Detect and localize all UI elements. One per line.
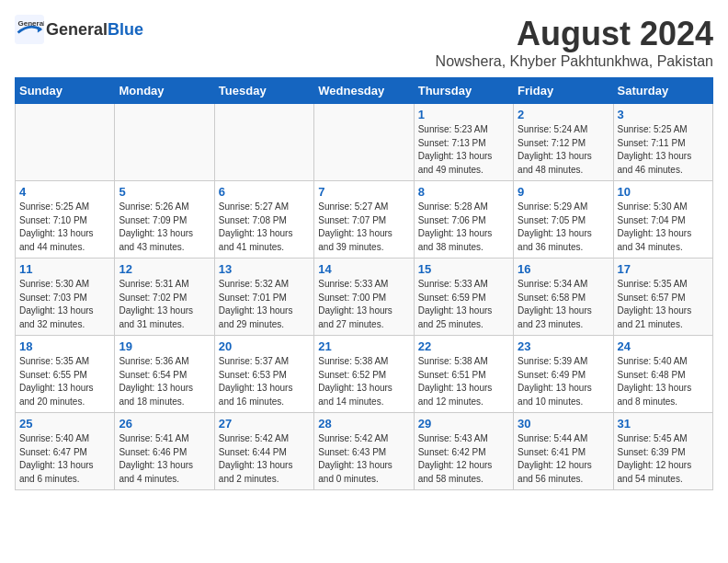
- day-number: 23: [518, 339, 609, 353]
- calendar-cell: [115, 104, 214, 181]
- day-number: 30: [518, 417, 609, 431]
- day-info: Sunrise: 5:38 AM Sunset: 6:52 PM Dayligh…: [318, 355, 409, 408]
- calendar-week-row: 11Sunrise: 5:30 AM Sunset: 7:03 PM Dayli…: [16, 259, 713, 336]
- calendar-cell: 16Sunrise: 5:34 AM Sunset: 6:58 PM Dayli…: [514, 259, 613, 336]
- calendar-week-row: 25Sunrise: 5:40 AM Sunset: 6:47 PM Dayli…: [16, 413, 713, 490]
- day-number: 18: [19, 339, 110, 353]
- calendar-cell: 15Sunrise: 5:33 AM Sunset: 6:59 PM Dayli…: [414, 259, 513, 336]
- day-number: 27: [219, 417, 310, 431]
- calendar-week-row: 18Sunrise: 5:35 AM Sunset: 6:55 PM Dayli…: [16, 336, 713, 413]
- day-number: 8: [418, 185, 509, 199]
- calendar-cell: 26Sunrise: 5:41 AM Sunset: 6:46 PM Dayli…: [115, 413, 214, 490]
- calendar-cell: 22Sunrise: 5:38 AM Sunset: 6:51 PM Dayli…: [414, 336, 513, 413]
- day-number: 7: [318, 185, 409, 199]
- calendar-cell: [314, 104, 414, 181]
- day-number: 16: [518, 262, 609, 276]
- day-info: Sunrise: 5:30 AM Sunset: 7:03 PM Dayligh…: [19, 278, 110, 331]
- day-info: Sunrise: 5:45 AM Sunset: 6:39 PM Dayligh…: [618, 432, 709, 486]
- day-info: Sunrise: 5:25 AM Sunset: 7:10 PM Dayligh…: [19, 201, 110, 254]
- day-number: 21: [318, 339, 409, 353]
- day-info: Sunrise: 5:31 AM Sunset: 7:02 PM Dayligh…: [119, 278, 210, 331]
- calendar-cell: 20Sunrise: 5:37 AM Sunset: 6:53 PM Dayli…: [214, 336, 313, 413]
- day-info: Sunrise: 5:33 AM Sunset: 6:59 PM Dayligh…: [418, 278, 509, 331]
- day-info: Sunrise: 5:39 AM Sunset: 6:49 PM Dayligh…: [518, 355, 609, 408]
- weekday-header-saturday: Saturday: [613, 78, 712, 104]
- day-number: 19: [119, 339, 210, 353]
- calendar-cell: 4Sunrise: 5:25 AM Sunset: 7:10 PM Daylig…: [16, 181, 115, 259]
- location-subtitle: Nowshera, Khyber Pakhtunkhwa, Pakistan: [436, 53, 713, 70]
- weekday-header-sunday: Sunday: [16, 78, 115, 104]
- day-info: Sunrise: 5:26 AM Sunset: 7:09 PM Dayligh…: [119, 201, 210, 254]
- logo-general-text: General: [46, 20, 108, 39]
- day-number: 22: [418, 339, 509, 353]
- day-number: 17: [618, 262, 709, 276]
- logo-icon: General: [15, 15, 44, 44]
- day-info: Sunrise: 5:23 AM Sunset: 7:13 PM Dayligh…: [418, 123, 509, 177]
- day-info: Sunrise: 5:28 AM Sunset: 7:06 PM Dayligh…: [418, 201, 509, 254]
- day-info: Sunrise: 5:42 AM Sunset: 6:44 PM Dayligh…: [219, 432, 310, 486]
- day-info: Sunrise: 5:30 AM Sunset: 7:04 PM Dayligh…: [618, 201, 709, 254]
- calendar-week-row: 4Sunrise: 5:25 AM Sunset: 7:10 PM Daylig…: [16, 181, 713, 259]
- day-info: Sunrise: 5:43 AM Sunset: 6:42 PM Dayligh…: [418, 432, 509, 486]
- calendar-cell: 14Sunrise: 5:33 AM Sunset: 7:00 PM Dayli…: [314, 259, 414, 336]
- weekday-header-friday: Friday: [514, 78, 613, 104]
- day-info: Sunrise: 5:35 AM Sunset: 6:57 PM Dayligh…: [618, 278, 709, 331]
- day-number: 25: [19, 417, 110, 431]
- day-info: Sunrise: 5:42 AM Sunset: 6:43 PM Dayligh…: [318, 432, 409, 486]
- day-number: 6: [219, 185, 310, 199]
- day-number: 28: [318, 417, 409, 431]
- calendar-cell: 21Sunrise: 5:38 AM Sunset: 6:52 PM Dayli…: [314, 336, 414, 413]
- day-number: 24: [618, 339, 709, 353]
- calendar-cell: 31Sunrise: 5:45 AM Sunset: 6:39 PM Dayli…: [613, 413, 712, 490]
- day-info: Sunrise: 5:27 AM Sunset: 7:07 PM Dayligh…: [318, 201, 409, 254]
- calendar-cell: 25Sunrise: 5:40 AM Sunset: 6:47 PM Dayli…: [16, 413, 115, 490]
- calendar-cell: 24Sunrise: 5:40 AM Sunset: 6:48 PM Dayli…: [613, 336, 712, 413]
- weekday-header-row: SundayMondayTuesdayWednesdayThursdayFrid…: [16, 78, 713, 104]
- calendar-cell: 5Sunrise: 5:26 AM Sunset: 7:09 PM Daylig…: [115, 181, 214, 259]
- day-number: 1: [418, 108, 509, 121]
- logo: General GeneralBlue: [15, 15, 143, 44]
- day-info: Sunrise: 5:36 AM Sunset: 6:54 PM Dayligh…: [119, 355, 210, 408]
- day-number: 15: [418, 262, 509, 276]
- calendar-cell: 1Sunrise: 5:23 AM Sunset: 7:13 PM Daylig…: [414, 104, 513, 181]
- day-number: 3: [618, 108, 709, 121]
- day-info: Sunrise: 5:33 AM Sunset: 7:00 PM Dayligh…: [318, 278, 409, 331]
- calendar-cell: 9Sunrise: 5:29 AM Sunset: 7:05 PM Daylig…: [514, 181, 613, 259]
- day-number: 29: [418, 417, 509, 431]
- page-header: General GeneralBlue August 2024 Nowshera…: [15, 15, 713, 70]
- day-info: Sunrise: 5:24 AM Sunset: 7:12 PM Dayligh…: [518, 123, 609, 177]
- calendar-cell: 28Sunrise: 5:42 AM Sunset: 6:43 PM Dayli…: [314, 413, 414, 490]
- calendar-cell: 8Sunrise: 5:28 AM Sunset: 7:06 PM Daylig…: [414, 181, 513, 259]
- calendar-cell: 19Sunrise: 5:36 AM Sunset: 6:54 PM Dayli…: [115, 336, 214, 413]
- weekday-header-wednesday: Wednesday: [314, 78, 414, 104]
- day-number: 10: [618, 185, 709, 199]
- day-number: 31: [618, 417, 709, 431]
- day-info: Sunrise: 5:44 AM Sunset: 6:41 PM Dayligh…: [518, 432, 609, 486]
- calendar-cell: 3Sunrise: 5:25 AM Sunset: 7:11 PM Daylig…: [613, 104, 712, 181]
- day-info: Sunrise: 5:40 AM Sunset: 6:47 PM Dayligh…: [19, 432, 110, 486]
- calendar-cell: 6Sunrise: 5:27 AM Sunset: 7:08 PM Daylig…: [214, 181, 313, 259]
- day-info: Sunrise: 5:38 AM Sunset: 6:51 PM Dayligh…: [418, 355, 509, 408]
- day-number: 11: [19, 262, 110, 276]
- weekday-header-monday: Monday: [115, 78, 214, 104]
- day-info: Sunrise: 5:40 AM Sunset: 6:48 PM Dayligh…: [618, 355, 709, 408]
- calendar-cell: 11Sunrise: 5:30 AM Sunset: 7:03 PM Dayli…: [16, 259, 115, 336]
- day-number: 4: [19, 185, 110, 199]
- calendar-cell: 30Sunrise: 5:44 AM Sunset: 6:41 PM Dayli…: [514, 413, 613, 490]
- calendar-cell: 10Sunrise: 5:30 AM Sunset: 7:04 PM Dayli…: [613, 181, 712, 259]
- calendar-cell: 13Sunrise: 5:32 AM Sunset: 7:01 PM Dayli…: [214, 259, 313, 336]
- day-info: Sunrise: 5:29 AM Sunset: 7:05 PM Dayligh…: [518, 201, 609, 254]
- day-number: 14: [318, 262, 409, 276]
- day-info: Sunrise: 5:41 AM Sunset: 6:46 PM Dayligh…: [119, 432, 210, 486]
- day-info: Sunrise: 5:27 AM Sunset: 7:08 PM Dayligh…: [219, 201, 310, 254]
- day-number: 20: [219, 339, 310, 353]
- day-info: Sunrise: 5:34 AM Sunset: 6:58 PM Dayligh…: [518, 278, 609, 331]
- weekday-header-tuesday: Tuesday: [214, 78, 313, 104]
- calendar-cell: [16, 104, 115, 181]
- day-number: 12: [119, 262, 210, 276]
- logo-blue-text: Blue: [108, 20, 143, 39]
- calendar-week-row: 1Sunrise: 5:23 AM Sunset: 7:13 PM Daylig…: [16, 104, 713, 181]
- calendar-cell: 23Sunrise: 5:39 AM Sunset: 6:49 PM Dayli…: [514, 336, 613, 413]
- calendar-cell: 17Sunrise: 5:35 AM Sunset: 6:57 PM Dayli…: [613, 259, 712, 336]
- calendar-cell: 27Sunrise: 5:42 AM Sunset: 6:44 PM Dayli…: [214, 413, 313, 490]
